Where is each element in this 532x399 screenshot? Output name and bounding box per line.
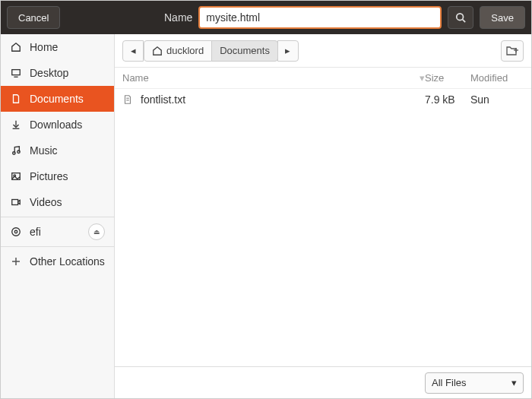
sidebar-item-label: Documents: [30, 93, 84, 105]
column-modified[interactable]: Modified: [470, 72, 524, 84]
file-list: fontlist.txt7.9 kBSun: [115, 89, 531, 366]
pictures-icon: [10, 170, 22, 182]
path-segment-label: Documents: [220, 45, 270, 56]
svg-line-1: [463, 20, 466, 23]
svg-rect-10: [12, 200, 18, 205]
svg-rect-2: [12, 70, 21, 75]
path-forward-button[interactable]: ▸: [277, 40, 299, 62]
sidebar-item-videos[interactable]: Videos: [1, 189, 114, 215]
file-modified: Sun: [470, 93, 524, 106]
sidebar-separator: [1, 217, 114, 217]
path-segment[interactable]: ducklord: [144, 40, 212, 62]
search-icon: [455, 12, 466, 23]
filter-label: All Files: [432, 377, 467, 388]
file-type-filter[interactable]: All Files ▾: [425, 372, 524, 394]
sidebar-item-label: efi: [30, 226, 41, 238]
path-segment[interactable]: Documents: [211, 40, 278, 62]
svg-point-6: [13, 152, 16, 155]
videos-icon: [10, 196, 22, 208]
eject-icon: ⏏: [93, 228, 100, 236]
file-name: fontlist.txt: [141, 93, 425, 106]
name-label: Name: [164, 11, 192, 24]
save-button[interactable]: Save: [480, 6, 525, 29]
sidebar-separator: [1, 246, 114, 247]
sidebar-item-documents[interactable]: Documents: [1, 86, 114, 112]
new-folder-icon: [506, 46, 518, 56]
sidebar-item-desktop[interactable]: Desktop: [1, 60, 114, 86]
search-button[interactable]: [448, 6, 473, 29]
file-icon: [122, 94, 136, 105]
sidebar-item-downloads[interactable]: Downloads: [1, 112, 114, 138]
dialog-header: Cancel Name Save: [1, 1, 531, 34]
home-icon: [152, 46, 163, 56]
plus-icon: [10, 255, 22, 268]
desktop-icon: [10, 67, 22, 79]
sidebar-other-locations[interactable]: Other Locations: [1, 249, 114, 274]
sidebar-item-home[interactable]: Home: [1, 34, 114, 60]
eject-button[interactable]: ⏏: [88, 223, 105, 240]
music-icon: [10, 144, 22, 157]
downloads-icon: [10, 119, 22, 131]
sidebar-item-label: Music: [30, 144, 58, 157]
column-headers: Name▾ Size Modified: [115, 68, 531, 89]
chevron-right-icon: ▸: [285, 45, 290, 56]
path-back-button[interactable]: ◂: [122, 40, 144, 62]
new-folder-button[interactable]: [501, 40, 524, 62]
sidebar-item-pictures[interactable]: Pictures: [1, 163, 114, 189]
svg-point-12: [14, 230, 17, 233]
cancel-button[interactable]: Cancel: [7, 6, 60, 29]
sidebar-item-label: Pictures: [30, 170, 68, 182]
sidebar-item-label: Other Locations: [30, 255, 105, 268]
sidebar-drive-efi[interactable]: efi⏏: [1, 219, 114, 245]
sidebar-item-music[interactable]: Music: [1, 138, 114, 163]
path-bar: ◂ ducklordDocuments ▸: [115, 34, 531, 68]
sidebar-item-label: Videos: [30, 196, 62, 208]
path-segment-label: ducklord: [166, 45, 204, 56]
svg-point-7: [17, 150, 21, 154]
file-size: 7.9 kB: [425, 93, 470, 106]
home-icon: [10, 41, 22, 53]
column-size[interactable]: Size: [425, 72, 470, 84]
svg-point-0: [457, 14, 464, 21]
places-sidebar: HomeDesktopDocumentsDownloadsMusicPictur…: [1, 34, 115, 398]
dialog-footer: All Files ▾: [115, 366, 531, 398]
column-name[interactable]: Name▾: [122, 72, 425, 84]
file-row[interactable]: fontlist.txt7.9 kBSun: [115, 89, 531, 110]
sidebar-item-label: Downloads: [30, 119, 82, 131]
sort-indicator-icon: ▾: [420, 72, 425, 84]
documents-icon: [10, 93, 22, 105]
sidebar-item-label: Home: [30, 41, 58, 53]
disk-icon: [10, 226, 22, 238]
chevron-down-icon: ▾: [511, 377, 517, 388]
chevron-left-icon: ◂: [131, 45, 136, 56]
sidebar-item-label: Desktop: [30, 67, 68, 79]
svg-point-11: [12, 228, 21, 236]
filename-input[interactable]: [198, 6, 442, 29]
